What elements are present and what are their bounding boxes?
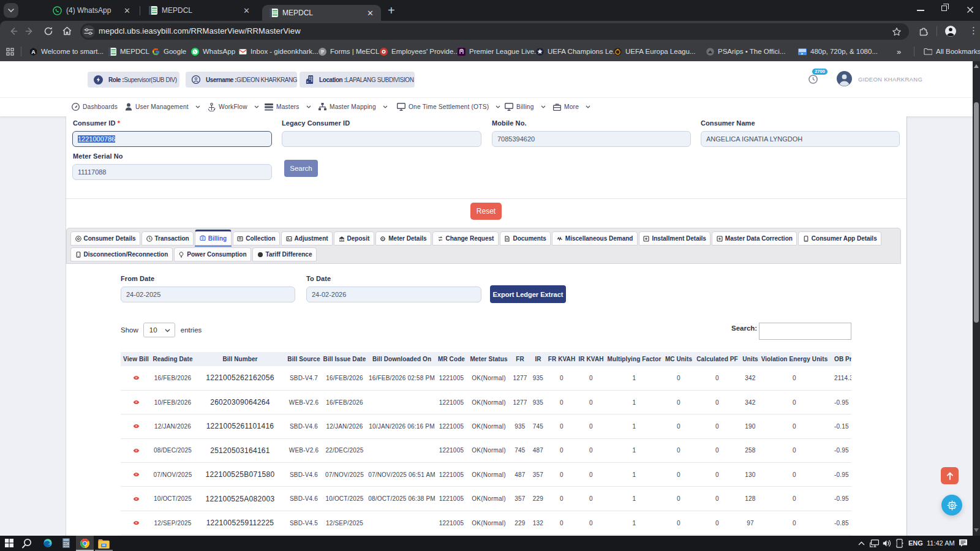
- svg-text:A: A: [31, 48, 36, 54]
